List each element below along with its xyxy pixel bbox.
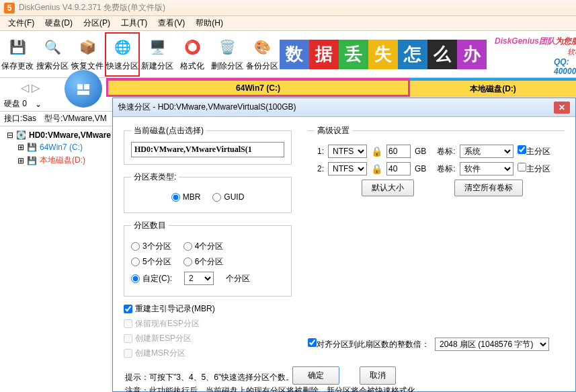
banner-char: 丢: [339, 40, 368, 69]
banner-char: 办: [457, 40, 487, 69]
row2-label[interactable]: 软件: [460, 162, 513, 175]
menu-view[interactable]: 查看(V): [153, 16, 190, 30]
disk-iface: 接口:Sas: [4, 113, 36, 124]
row2-fs[interactable]: NTFS: [328, 162, 367, 175]
trash-icon: 🗑️: [216, 36, 238, 58]
close-button[interactable]: ✕: [554, 102, 570, 114]
row1-label[interactable]: 系统: [460, 145, 513, 158]
plus-icon[interactable]: ⊞: [17, 156, 24, 165]
chk-rebuild-mbr[interactable]: 重建主引导记录(MBR): [124, 303, 215, 315]
magnifier-icon: 🔍: [42, 36, 63, 58]
current-disk-group: 当前磁盘(点击选择) HD0:VMware,VMwareVirtualS(1: [124, 125, 292, 165]
save-button[interactable]: 💾保存更改: [0, 32, 35, 77]
row1-num: 1:: [315, 147, 324, 156]
banner-char: 失: [368, 40, 398, 69]
chevron-down-icon[interactable]: ⌄: [35, 100, 42, 109]
radio-4[interactable]: 4个分区: [183, 241, 224, 252]
banner-brand: DiskGenius团队: [495, 36, 555, 46]
format-icon: ⭕: [181, 36, 203, 58]
row1-size[interactable]: [386, 145, 411, 158]
recover-button[interactable]: 📦恢复文件: [70, 32, 105, 77]
format-label: 格式化: [180, 61, 204, 72]
tree-c[interactable]: ⊞💾64Win7 (C:): [3, 141, 111, 153]
tree-d[interactable]: ⊞💾本地磁盘(D:): [3, 153, 111, 167]
new-label: 新建分区: [141, 61, 173, 72]
current-disk-select[interactable]: HD0:VMware,VMwareVirtualS(1: [131, 142, 284, 157]
partition-d[interactable]: 本地磁盘(D:): [410, 78, 576, 97]
svg-rect-0: [77, 84, 83, 89]
partition-row-1: 1: NTFS 🔒 GB 卷标: 系统 主分区: [315, 145, 558, 158]
new-icon: 🖥️: [147, 36, 168, 58]
tree-root[interactable]: ⊟💽HD0:VMware,VMware: [3, 129, 111, 141]
row2-label-l: 卷标:: [437, 163, 455, 175]
default-size-button[interactable]: 默认大小: [362, 180, 414, 196]
row1-fs[interactable]: NTFS: [328, 145, 367, 158]
delete-partition-button[interactable]: 🗑️删除分区: [210, 32, 245, 77]
disk-index: 硬盘 0: [4, 98, 27, 110]
current-disk-legend: 当前磁盘(点击选择): [131, 125, 206, 136]
menu-disk[interactable]: 硬盘(D): [40, 16, 78, 30]
menu-bar: 文件(F) 硬盘(D) 分区(P) 工具(T) 查看(V) 帮助(H): [0, 16, 576, 31]
lock-icon[interactable]: 🔒: [371, 146, 382, 157]
table-type-legend: 分区表类型:: [131, 171, 179, 183]
backup-partition-button[interactable]: 🎨备份分区: [245, 32, 280, 77]
menu-partition[interactable]: 分区(P): [78, 16, 116, 30]
menu-help[interactable]: 帮助(H): [190, 16, 229, 30]
banner-char: 么: [427, 40, 457, 69]
custom-count-select[interactable]: 2: [184, 272, 214, 285]
tree-c-label: 64Win7 (C:): [40, 143, 83, 152]
hdd-icon: 💽: [16, 130, 26, 140]
svg-rect-1: [84, 84, 89, 89]
row1-unit: GB: [415, 147, 426, 156]
row1-primary[interactable]: 主分区: [518, 145, 550, 157]
app-logo-icon: 5: [4, 3, 15, 13]
backup-icon: 🎨: [251, 36, 273, 58]
window-title: DiskGenius V4.9.2.371 免费版(单文件版): [19, 2, 165, 13]
quick-partition-button[interactable]: 🌐快速分区: [105, 32, 140, 77]
row2-size[interactable]: [386, 162, 411, 175]
radio-guid[interactable]: GUID: [212, 192, 244, 202]
quick-partition-dialog: 快速分区 - HD0:VMware,VMwareVirtualS(100GB) …: [112, 97, 576, 392]
globe-icon: 🌐: [112, 36, 133, 58]
drive-icon: 💾: [27, 143, 37, 152]
backup-label: 备份分区: [246, 61, 278, 72]
partition-count-group: 分区数目 3个分区 4个分区 5个分区 6个分区 自定(C): 2 个分区: [124, 220, 292, 297]
advanced-legend: 高级设置: [315, 125, 352, 136]
menu-tool[interactable]: 工具(T): [116, 16, 153, 30]
row2-primary[interactable]: 主分区: [518, 163, 550, 175]
plus-icon[interactable]: ⊞: [17, 143, 24, 152]
search-partition-button[interactable]: 🔍搜索分区: [35, 32, 70, 77]
floppy-icon: 💾: [7, 36, 28, 58]
menu-file[interactable]: 文件(F): [3, 16, 40, 30]
disk-tree: ⊟💽HD0:VMware,VMware ⊞💾64Win7 (C:) ⊞💾本地磁盘…: [0, 126, 114, 392]
nav-arrows[interactable]: ◁ ▷: [0, 78, 60, 97]
disk-model: 型号:VMware,VM: [44, 113, 107, 124]
chk-align[interactable]: 对齐分区到此扇区数的整数倍：: [308, 338, 429, 350]
table-type-group: 分区表类型: MBR GUID: [124, 171, 292, 213]
align-select[interactable]: 2048 扇区 (1048576 字节): [435, 338, 549, 351]
banner-char: 数: [280, 40, 309, 69]
format-button[interactable]: ⭕格式化: [175, 32, 210, 77]
banner-char: 据: [309, 40, 339, 69]
radio-5[interactable]: 5个分区: [131, 256, 171, 268]
minus-icon[interactable]: ⊟: [7, 130, 13, 140]
partition-c[interactable]: 64Win7 (C:): [106, 78, 410, 97]
search-label: 搜索分区: [36, 61, 69, 72]
custom-unit: 个分区: [226, 273, 250, 284]
chk-keep-esp: 保留现有ESP分区: [124, 318, 200, 329]
new-partition-button[interactable]: 🖥️新建分区: [140, 32, 175, 77]
radio-3[interactable]: 3个分区: [131, 241, 171, 252]
delete-label: 删除分区: [211, 61, 243, 72]
svg-rect-2: [77, 91, 89, 95]
row2-unit: GB: [415, 164, 426, 173]
ad-banner: 数据丢失怎么办 DiskGenius团队为您服 软电: QQ: 4000089: [280, 32, 576, 77]
radio-mbr[interactable]: MBR: [171, 192, 201, 202]
lock-icon[interactable]: 🔒: [371, 163, 382, 174]
banner-char: 怎: [398, 40, 427, 69]
clear-labels-button[interactable]: 清空所有卷标: [454, 180, 523, 196]
radio-6[interactable]: 6个分区: [183, 256, 224, 268]
cancel-button[interactable]: 取消: [360, 366, 396, 385]
ok-button[interactable]: 确定: [292, 366, 339, 385]
radio-custom[interactable]: 自定(C):: [131, 273, 172, 284]
drive-icon: 💾: [27, 156, 37, 165]
